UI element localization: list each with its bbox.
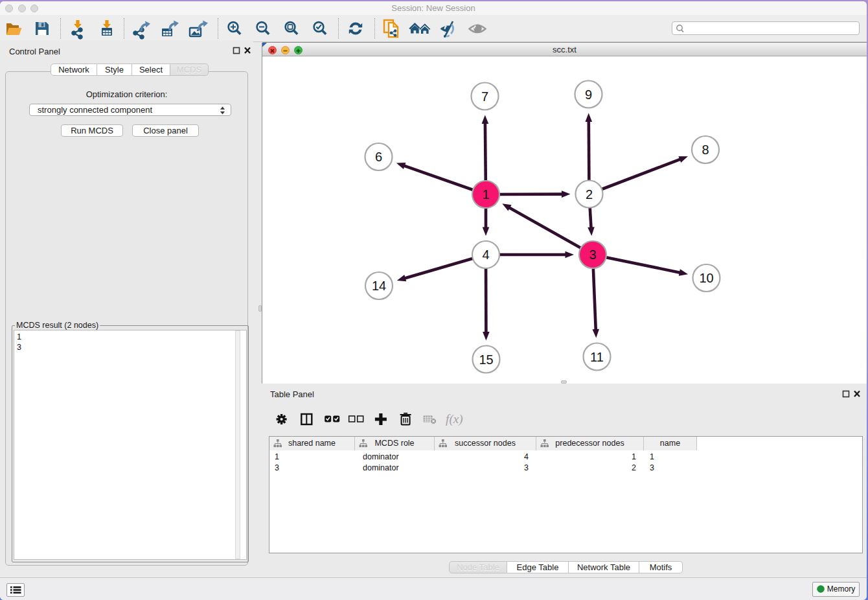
svg-text:3: 3 xyxy=(589,248,596,262)
svg-text:14: 14 xyxy=(372,279,386,293)
svg-text:9: 9 xyxy=(585,87,592,102)
svg-text:7: 7 xyxy=(481,89,488,104)
svg-text:4: 4 xyxy=(482,248,489,262)
svg-text:1: 1 xyxy=(482,187,489,202)
svg-text:11: 11 xyxy=(590,350,604,364)
svg-text:10: 10 xyxy=(699,271,713,285)
svg-text:2: 2 xyxy=(586,187,593,202)
svg-text:15: 15 xyxy=(479,352,493,367)
svg-text:6: 6 xyxy=(375,150,382,164)
svg-text:f(x): f(x) xyxy=(446,412,463,426)
svg-text:8: 8 xyxy=(702,143,709,157)
